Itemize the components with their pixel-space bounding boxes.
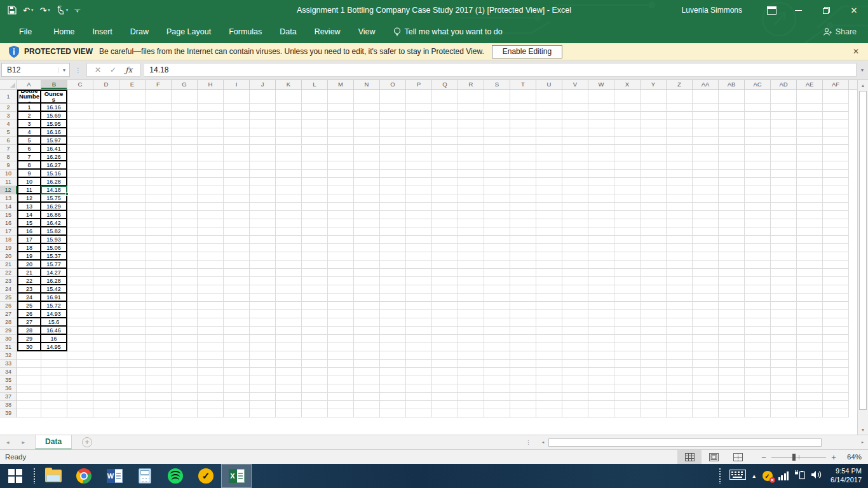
cell-R28[interactable] <box>458 318 484 327</box>
cell-O20[interactable] <box>380 252 406 261</box>
cell-AA1[interactable] <box>693 90 719 104</box>
cell-W21[interactable] <box>588 261 614 269</box>
cell-AD35[interactable] <box>771 376 797 384</box>
cell-L7[interactable] <box>302 145 328 153</box>
cell-J33[interactable] <box>250 360 276 368</box>
chrome-icon[interactable] <box>69 464 99 488</box>
cell-AF3[interactable] <box>823 112 849 120</box>
cell-V3[interactable] <box>562 112 588 120</box>
cell-W28[interactable] <box>588 318 614 327</box>
cell-X7[interactable] <box>614 145 641 153</box>
cell-AF22[interactable] <box>823 269 849 277</box>
cell-L25[interactable] <box>302 294 328 302</box>
cell-L2[interactable] <box>302 104 328 112</box>
cell-AA14[interactable] <box>693 203 719 211</box>
cell-I4[interactable] <box>224 120 250 128</box>
cell-AB12[interactable] <box>719 186 745 194</box>
cell-Z7[interactable] <box>667 145 693 153</box>
cell-AF37[interactable] <box>823 393 849 401</box>
cell-L24[interactable] <box>302 285 328 294</box>
cell-Y10[interactable] <box>641 170 667 178</box>
cell-G29[interactable] <box>172 327 198 335</box>
cell-AC26[interactable] <box>745 302 771 310</box>
cell-F3[interactable] <box>146 112 172 120</box>
cell-AE29[interactable] <box>797 327 823 335</box>
cell-D35[interactable] <box>93 376 119 384</box>
cell-G19[interactable] <box>172 244 198 252</box>
cell-AC4[interactable] <box>745 120 771 128</box>
cell-Y14[interactable] <box>641 203 667 211</box>
cell-AD33[interactable] <box>771 360 797 368</box>
cell-Z34[interactable] <box>667 368 693 376</box>
cell-Y5[interactable] <box>641 128 667 137</box>
row-header-37[interactable]: 37 <box>0 393 17 401</box>
cell-Z11[interactable] <box>667 178 693 186</box>
cell-O25[interactable] <box>380 294 406 302</box>
cell-Q19[interactable] <box>432 244 458 252</box>
cell-E27[interactable] <box>119 310 146 318</box>
cell-Q13[interactable] <box>432 194 458 203</box>
cell-K6[interactable] <box>276 137 302 145</box>
cell-T14[interactable] <box>510 203 536 211</box>
cell-M1[interactable] <box>328 90 354 104</box>
cell-S4[interactable] <box>484 120 510 128</box>
cell-AE36[interactable] <box>797 384 823 393</box>
cell-AE1[interactable] <box>797 90 823 104</box>
cell-A7[interactable]: 6 <box>17 145 41 153</box>
cell-H24[interactable] <box>198 285 224 294</box>
cell-G6[interactable] <box>172 137 198 145</box>
column-header-X[interactable]: X <box>614 80 641 89</box>
cell-AA6[interactable] <box>693 137 719 145</box>
cell-E21[interactable] <box>119 261 146 269</box>
cell-F32[interactable] <box>146 351 172 360</box>
cell-Z4[interactable] <box>667 120 693 128</box>
cell-N21[interactable] <box>354 261 380 269</box>
cell-Q18[interactable] <box>432 236 458 244</box>
cell-AA11[interactable] <box>693 178 719 186</box>
cell-E36[interactable] <box>119 384 146 393</box>
cell-T26[interactable] <box>510 302 536 310</box>
cell-AA2[interactable] <box>693 104 719 112</box>
cell-A39[interactable] <box>17 409 41 417</box>
cell-B31[interactable]: 14.95 <box>41 343 67 351</box>
cell-X1[interactable] <box>614 90 641 104</box>
cell-O9[interactable] <box>380 161 406 170</box>
cell-Y28[interactable] <box>641 318 667 327</box>
cell-AB19[interactable] <box>719 244 745 252</box>
cell-X6[interactable] <box>614 137 641 145</box>
cell-X18[interactable] <box>614 236 641 244</box>
cell-Q35[interactable] <box>432 376 458 384</box>
cell-F8[interactable] <box>146 153 172 161</box>
cell-I5[interactable] <box>224 128 250 137</box>
close-button[interactable]: ✕ <box>840 0 868 20</box>
cell-N34[interactable] <box>354 368 380 376</box>
cell-AB36[interactable] <box>719 384 745 393</box>
cell-AE25[interactable] <box>797 294 823 302</box>
cell-N11[interactable] <box>354 178 380 186</box>
cell-M36[interactable] <box>328 384 354 393</box>
scroll-down-icon[interactable]: ▼ <box>858 424 868 435</box>
cell-AC16[interactable] <box>745 219 771 227</box>
cell-F10[interactable] <box>146 170 172 178</box>
cell-A26[interactable]: 25 <box>17 302 41 310</box>
cell-AE33[interactable] <box>797 360 823 368</box>
cell-V36[interactable] <box>562 384 588 393</box>
cell-G36[interactable] <box>172 384 198 393</box>
cell-O1[interactable] <box>380 90 406 104</box>
cell-N16[interactable] <box>354 219 380 227</box>
cell-P24[interactable] <box>406 285 432 294</box>
cell-AE13[interactable] <box>797 194 823 203</box>
vertical-scrollbar[interactable]: ▲ ▼ <box>857 80 868 435</box>
cell-AE30[interactable] <box>797 335 823 343</box>
row-header-2[interactable]: 2 <box>0 104 17 112</box>
cell-R23[interactable] <box>458 277 484 285</box>
cell-X16[interactable] <box>614 219 641 227</box>
cell-AC18[interactable] <box>745 236 771 244</box>
cell-C6[interactable] <box>67 137 93 145</box>
cell-S25[interactable] <box>484 294 510 302</box>
row-header-38[interactable]: 38 <box>0 401 17 409</box>
cell-D29[interactable] <box>93 327 119 335</box>
cell-C1[interactable] <box>67 90 93 104</box>
cell-AD11[interactable] <box>771 178 797 186</box>
cell-AA23[interactable] <box>693 277 719 285</box>
